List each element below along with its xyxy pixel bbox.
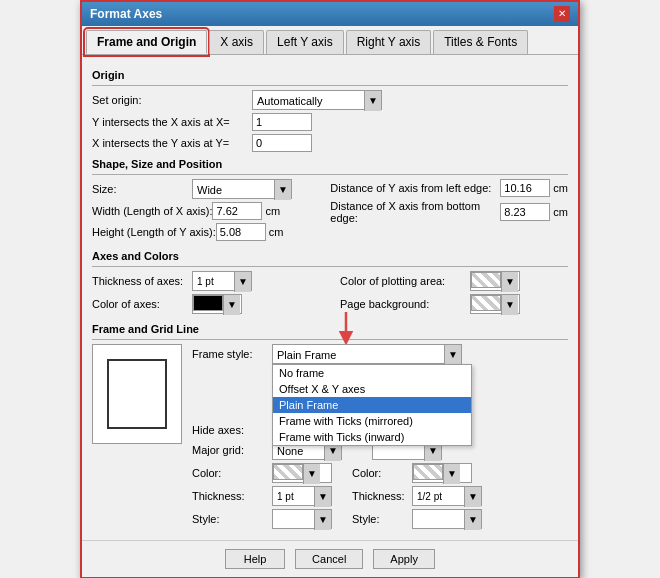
width-label: Width (Length of X axis): — [92, 205, 212, 217]
frame-controls: Frame style: — [192, 344, 568, 532]
page-bg-label: Page background: — [340, 298, 470, 310]
size-dropdown-arrow[interactable]: ▼ — [274, 180, 291, 200]
thickness-left-select[interactable]: 1 pt ▼ — [272, 486, 332, 506]
frame-style-dropdown: No frame Offset X & Y axes Plain Frame F… — [272, 364, 472, 446]
plot-color-swatch — [471, 272, 501, 288]
style-right-select[interactable]: ▼ — [412, 509, 482, 529]
color-row: Color: ▼ Color: ▼ — [192, 463, 568, 483]
style-left-select[interactable]: ▼ — [272, 509, 332, 529]
style-left-label: Style: — [192, 513, 272, 525]
width-unit: cm — [265, 205, 280, 217]
shape-columns: Size: Wide ▼ Width (Length of X axis): c… — [92, 179, 568, 244]
axes-colors-columns: Thickness of axes: 1 pt ▼ Color of axes:… — [92, 271, 568, 317]
format-axes-dialog: Format Axes ✕ Frame and Origin X axis Le… — [80, 0, 580, 578]
frame-style-label: Frame style: — [192, 348, 272, 360]
help-button[interactable]: Help — [225, 549, 285, 569]
style-left-arrow[interactable]: ▼ — [314, 510, 331, 530]
close-button[interactable]: ✕ — [554, 6, 570, 22]
y-intersects-input[interactable] — [252, 113, 312, 131]
frame-style-select[interactable]: Plain Frame ▼ — [272, 344, 462, 364]
frame-style-arrow[interactable]: ▼ — [444, 345, 461, 365]
bottom-buttons: Help Cancel Apply — [82, 540, 578, 577]
tab-x-axis[interactable]: X axis — [209, 30, 264, 54]
apply-button[interactable]: Apply — [373, 549, 435, 569]
frame-inner-box — [107, 359, 167, 429]
color-axes-row: Color of axes: ▼ — [92, 294, 320, 314]
plot-color-row: Color of plotting area: ▼ — [340, 271, 568, 291]
plot-color-arrow[interactable]: ▼ — [501, 272, 518, 292]
size-row: Size: Wide ▼ — [92, 179, 310, 199]
dialog-title: Format Axes — [90, 7, 162, 21]
frame-preview — [92, 344, 182, 444]
cancel-button[interactable]: Cancel — [295, 549, 363, 569]
dist-bottom-row: Distance of X axis from bottom edge: cm — [330, 200, 568, 224]
height-label: Height (Length of Y axis): — [92, 226, 216, 238]
shape-right-col: Distance of Y axis from left edge: cm Di… — [330, 179, 568, 244]
color-right-swatch — [413, 464, 443, 480]
hide-axes-label: Hide axes: — [192, 424, 272, 436]
dropdown-ticks-mirrored[interactable]: Frame with Ticks (mirrored) — [273, 413, 471, 429]
dist-bottom-input[interactable] — [500, 203, 550, 221]
thickness-left-arrow[interactable]: ▼ — [314, 487, 331, 507]
style-row: Style: ▼ Style: ▼ — [192, 509, 568, 529]
color-left-swatch — [273, 464, 303, 480]
color-left-label: Color: — [192, 467, 272, 479]
color-right-label: Color: — [352, 467, 412, 479]
dist-left-row: Distance of Y axis from left edge: cm — [330, 179, 568, 197]
thickness-axes-row: Thickness of axes: 1 pt ▼ — [92, 271, 320, 291]
tab-right-y[interactable]: Right Y axis — [346, 30, 432, 54]
y-intersects-label: Y intersects the X axis at X= — [92, 116, 252, 128]
thickness-axes-arrow[interactable]: ▼ — [234, 272, 251, 292]
axes-left-col: Thickness of axes: 1 pt ▼ Color of axes:… — [92, 271, 320, 317]
color-left-select[interactable]: ▼ — [272, 463, 332, 483]
shape-section-title: Shape, Size and Position — [92, 158, 568, 170]
color-right-select[interactable]: ▼ — [412, 463, 472, 483]
axes-right-col: Color of plotting area: ▼ Page backgroun… — [340, 271, 568, 317]
width-row: Width (Length of X axis): cm — [92, 202, 310, 220]
size-select[interactable]: Wide ▼ — [192, 179, 292, 199]
page-bg-row: Page background: ▼ — [340, 294, 568, 314]
color-axes-arrow[interactable]: ▼ — [223, 295, 240, 315]
height-input[interactable] — [216, 223, 266, 241]
color-axes-label: Color of axes: — [92, 298, 192, 310]
thickness-axes-select[interactable]: 1 pt ▼ — [192, 271, 252, 291]
set-origin-row: Set origin: Automatically ▼ — [92, 90, 568, 110]
frame-grid-section: Frame style: — [92, 344, 568, 532]
color-left-arrow[interactable]: ▼ — [303, 464, 320, 484]
thickness-left-label: Thickness: — [192, 490, 272, 502]
dist-left-input[interactable] — [500, 179, 550, 197]
frame-style-dropdown-container: Plain Frame ▼ No frame Offset X & Y axes… — [272, 344, 462, 364]
dist-bottom-unit: cm — [553, 206, 568, 218]
page-bg-select[interactable]: ▼ — [470, 294, 520, 314]
title-bar: Format Axes ✕ — [82, 2, 578, 26]
tab-frame-origin[interactable]: Frame and Origin — [86, 30, 207, 54]
origin-section-title: Origin — [92, 69, 568, 81]
set-origin-select[interactable]: Automatically ▼ — [252, 90, 382, 110]
dropdown-plain-frame[interactable]: Plain Frame — [273, 397, 471, 413]
color-axes-select[interactable]: ▼ — [192, 294, 242, 314]
set-origin-label: Set origin: — [92, 94, 252, 106]
plot-color-select[interactable]: ▼ — [470, 271, 520, 291]
tab-titles-fonts[interactable]: Titles & Fonts — [433, 30, 528, 54]
dropdown-ticks-inward[interactable]: Frame with Ticks (inward) — [273, 429, 471, 445]
dropdown-offset[interactable]: Offset X & Y axes — [273, 381, 471, 397]
width-input[interactable] — [212, 202, 262, 220]
size-label: Size: — [92, 183, 192, 195]
style-right-arrow[interactable]: ▼ — [464, 510, 481, 530]
plot-color-label: Color of plotting area: — [340, 275, 470, 287]
thickness-right-select[interactable]: 1/2 pt ▼ — [412, 486, 482, 506]
thickness-axes-label: Thickness of axes: — [92, 275, 192, 287]
color-axes-swatch — [193, 295, 223, 311]
x-intersects-input[interactable] — [252, 134, 312, 152]
color-right-arrow[interactable]: ▼ — [443, 464, 460, 484]
shape-left-col: Size: Wide ▼ Width (Length of X axis): c… — [92, 179, 310, 244]
thickness-right-arrow[interactable]: ▼ — [464, 487, 481, 507]
style-right-label: Style: — [352, 513, 412, 525]
frame-style-row: Frame style: — [192, 344, 568, 364]
dropdown-no-frame[interactable]: No frame — [273, 365, 471, 381]
height-unit: cm — [269, 226, 284, 238]
tab-left-y[interactable]: Left Y axis — [266, 30, 344, 54]
y-intersects-row: Y intersects the X axis at X= — [92, 113, 568, 131]
set-origin-dropdown-arrow[interactable]: ▼ — [364, 91, 381, 111]
page-bg-arrow[interactable]: ▼ — [501, 295, 518, 315]
